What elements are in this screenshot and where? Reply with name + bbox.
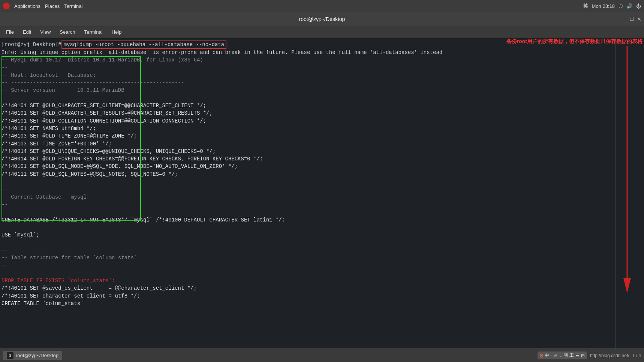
maximize-button[interactable]: □ [630,16,634,22]
window-controls: — □ ✕ [623,15,641,23]
terminal-line-21: CREATE DATABASE /*!32312 IF NOT EXISTS*/… [1,216,643,224]
terminal-line-26: -- Table structure for table `column_sta… [1,254,643,262]
terminal-line-24 [1,239,643,246]
info-line: Info: Using unique option prefix 'all-da… [1,49,643,56]
terminal-line-3: -- -------------------------------------… [1,79,643,87]
ime-down: ↓ [560,353,562,358]
menu-search[interactable]: Search [56,28,79,36]
terminal-wrapper: [root@zyj Desktop]# mysqldump -uroot -px… [0,38,644,349]
menu-file[interactable]: File [2,28,18,36]
system-bar: Applications Places Terminal 英 Mon 23:18… [0,0,644,12]
terminal-taskbar-icon: $ [7,352,13,359]
menu-view[interactable]: View [36,28,54,36]
terminal-line-0: -- MySQL dump 10.17 Distrib 10.3.11-Mari… [1,56,643,64]
terminal-line-7: /*!40101 SET @OLD_CHARACTER_SET_RESULTS=… [1,109,643,117]
terminal-line-31: /*!40101 SET character_set_client = utf8… [1,292,643,300]
terminal-line-9: /*!40101 SET NAMES utf8mb4 */; [1,125,643,132]
ime-dot: · [551,353,552,358]
taskbar-terminal-item[interactable]: $ root@zyj:~/Desktop [3,351,62,360]
page-indicator: http://blog.csdn.net/ [590,353,629,358]
terminal-line-11: /*!40103 SET TIME_ZONE='+00:00' */; [1,140,643,148]
ime-smile: ☺ [554,353,558,358]
taskbar-right: S 中 · ☺ ↓ 网 工 ☰ ⊞ http://blog.csdn.net/ … [538,352,641,359]
ime-brand: S [540,353,543,359]
ime-tools: 工 [569,352,574,359]
terminal-line-1: -- [1,64,643,72]
terminal-line-18: -- Current Database: `mysql` [1,193,643,201]
terminal-menu[interactable]: Terminal [64,3,82,9]
window-titlebar: root@zyj:~/Desktop — □ ✕ [0,12,644,26]
terminal-body[interactable]: [root@zyj Desktop]# mysqldump -uroot -px… [0,38,644,349]
taskbar-left: $ root@zyj:~/Desktop [3,351,62,360]
terminal-line-16 [1,178,643,185]
system-bar-right: 英 Mon 23:18 ⬡ 🔊 ⏻ [583,3,641,9]
terminal-line-29: DROP TABLE IF EXISTS `column_stats`; [1,277,643,284]
power-icon: ⏻ [636,3,641,9]
terminal-line-6: /*!40101 SET @OLD_CHARACTER_SET_CLIENT=@… [1,102,643,109]
taskbar-item-label: root@zyj:~/Desktop [16,353,58,358]
ime-net: 网 [563,352,568,359]
window-title: root@zyj:~/Desktop [299,16,345,22]
terminal-line-32: CREATE TABLE `colum_stats` [1,300,643,307]
separator-line [616,38,616,349]
terminal-line-4: -- Server version 10.3.11-MariaDB [1,87,643,94]
ime-skin: ☰ [575,353,580,358]
terminal-line-13: /*!40014 SET @OLD_FOREIGN_KEY_CHECKS=@@F… [1,155,643,163]
output-region: -- MySQL dump 10.17 Distrib 10.3.11-Mari… [1,56,643,307]
terminal-line-12: /*!40014 SET @OLD_UNIQUE_CHECKS=@@UNIQUE… [1,148,643,155]
terminal-line-2: -- Host: localhost Database: [1,72,643,79]
terminal-line-19: -- [1,201,643,208]
minimize-button[interactable]: — [623,16,626,22]
language-indicator: 英 [583,3,588,9]
terminal-line-5 [1,94,643,102]
ime-zh: 中 [545,352,549,359]
command-box: mysqldump -uroot -pxuehaha --all-databas… [61,40,226,49]
terminal-line-22 [1,224,643,231]
terminal-line-27: -- [1,262,643,269]
taskbar: $ root@zyj:~/Desktop S 中 · ☺ ↓ 网 工 ☰ ⊞ h… [0,349,644,362]
fedora-icon [3,3,10,9]
applications-menu[interactable]: Applications [14,3,40,9]
annotation-text: 备份root用户的所有数据，但不保存数据只保存数据的表格 [506,38,643,45]
terminal-line-20 [1,208,643,216]
terminal-line-17: -- [1,185,643,193]
ime-extra: ⊞ [581,353,585,358]
terminal-line-10: /*!40103 SET @OLD_TIME_ZONE=@@TIME_ZONE … [1,132,643,140]
menu-help[interactable]: Help [108,28,126,36]
menu-bar: File Edit View Search Terminal Help [0,26,644,38]
menu-edit[interactable]: Edit [19,28,35,36]
terminal-line-23: USE `mysql`; [1,231,643,239]
clock: Mon 23:18 [592,3,615,9]
network-icon: ⬡ [619,3,623,9]
terminal-line-28 [1,269,643,277]
places-menu[interactable]: Places [45,3,60,9]
terminal-line-30: /*!40101 SET @saved_cs_client = @@charac… [1,284,643,292]
terminal-line-14: /*!40101 SET @OLD_SQL_MODE=@@SQL_MODE, S… [1,163,643,170]
menu-terminal[interactable]: Terminal [81,28,106,36]
ime-toolbar: S 中 · ☺ ↓ 网 工 ☰ ⊞ [538,352,587,359]
system-bar-left: Applications Places Terminal [3,3,82,9]
terminal-line-8: /*!40101 SET @OLD_COLLATION_CONNECTION=@… [1,117,643,125]
terminal-line-25: -- [1,247,643,254]
terminal-line-15: /*!40111 SET @OLD_SQL_NOTES=@@SQL_NOTES,… [1,171,643,178]
volume-icon: 🔊 [626,3,632,9]
page-number: 1 / 4 [632,353,641,358]
prompt-text: [root@zyj Desktop]# [1,42,61,48]
close-button[interactable]: ✕ [637,15,641,23]
